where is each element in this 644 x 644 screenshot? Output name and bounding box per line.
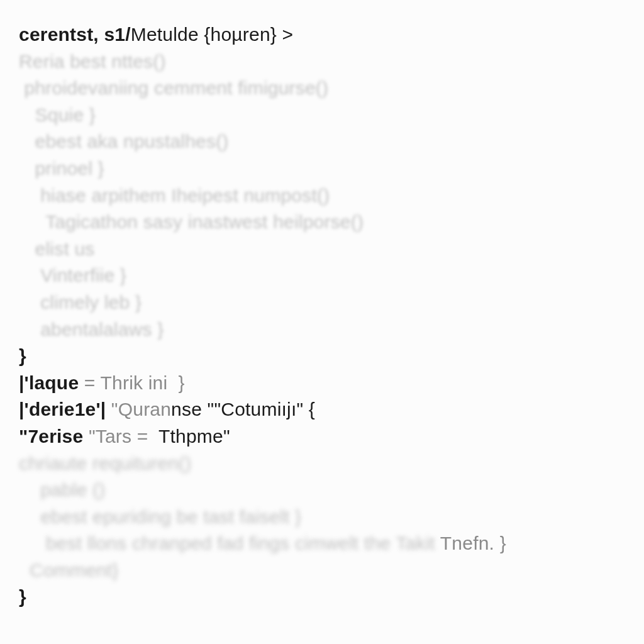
code-line: }: [19, 343, 625, 370]
code-text: nse ""Cotumiıjı" {: [171, 399, 315, 419]
code-line: best llons chranped fad fings cimwelt th…: [19, 530, 625, 557]
code-line: |'laque = Thrik ini }: [19, 370, 625, 397]
code-line: Tagicathon sasy inastwest heilporse(): [19, 209, 625, 236]
code-line: phroidevaniing cemment fimigurse(): [19, 75, 625, 102]
code-text: |'laque: [19, 372, 79, 393]
code-text: "7erise: [19, 426, 89, 447]
code-text: climely leb }: [19, 292, 142, 313]
code-text: = Thrik ini }: [79, 372, 184, 393]
code-line: "7erise "Tars = Tthpme": [19, 423, 625, 450]
code-text: }: [19, 586, 26, 607]
code-text: ebest aka npustalhes(): [19, 131, 229, 152]
code-line: |'derie1e'| "Qurannse ""Cotumiıjı" {: [19, 396, 625, 423]
code-line: hiase arpithem Iheipest numpost(): [19, 182, 625, 209]
code-line: ebest epuriding be tast faiselt }: [19, 504, 625, 531]
code-line: climely leb }: [19, 289, 625, 316]
code-text: prinoel }: [19, 158, 104, 179]
code-text: Reria best nttes(): [19, 51, 166, 72]
code-text: Metulde {hoµren} >: [131, 24, 294, 45]
code-line: cerentst, s1/Metulde {hoµren} >: [19, 21, 625, 48]
code-text: best llons chranped fad fings cimwelt th…: [19, 533, 440, 553]
code-text: Tnefn. }: [440, 533, 506, 553]
code-line: }: [19, 584, 625, 611]
code-text: chriaute requituren(): [19, 453, 191, 474]
code-text: pable (): [19, 479, 105, 500]
code-line: Reria best nttes(): [19, 48, 625, 75]
code-line: Comment}: [19, 557, 625, 584]
code-text: phroidevaniing cemment fimigurse(): [19, 77, 328, 98]
code-text: elist us: [19, 238, 95, 259]
code-line: abentalalaws }: [19, 316, 625, 343]
code-text: |'derie1e'|: [19, 399, 106, 419]
code-line: Squie }: [19, 102, 625, 129]
code-viewport: cerentst, s1/Metulde {hoµren} > Reria be…: [0, 0, 644, 630]
code-text: Tthpme": [153, 426, 230, 447]
code-text: "Quran: [106, 399, 171, 419]
code-line: chriaute requituren(): [19, 450, 625, 477]
code-text: abentalalaws }: [19, 319, 164, 340]
code-text: "Tars =: [89, 426, 153, 447]
code-line: ebest aka npustalhes(): [19, 128, 625, 155]
code-text: cerentst, s1/: [19, 24, 131, 45]
code-text: Tagicathon sasy inastwest heilporse(): [19, 211, 364, 232]
code-line: prinoel }: [19, 155, 625, 182]
code-line: elist us: [19, 236, 625, 263]
code-text: ebest epuriding be tast faiselt }: [19, 506, 301, 527]
code-text: hiase arpithem Iheipest numpost(): [19, 185, 330, 206]
code-text: Comment}: [19, 560, 119, 580]
code-text: }: [19, 345, 26, 366]
code-line: Vinterfiie }: [19, 262, 625, 289]
code-line: pable (): [19, 477, 625, 504]
code-text: Vinterfiie }: [19, 265, 126, 286]
code-text: Squie }: [19, 104, 96, 125]
